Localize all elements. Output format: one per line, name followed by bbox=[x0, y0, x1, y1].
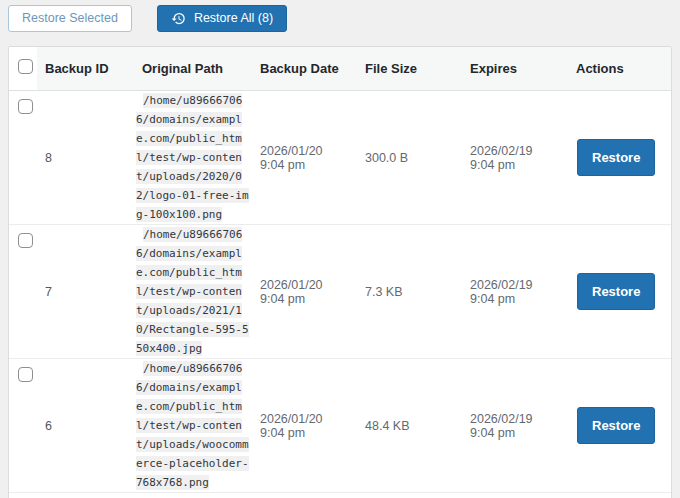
file-size-value: 7.3 KB bbox=[357, 225, 462, 359]
actions-cell: Restore bbox=[568, 91, 671, 225]
row-checkbox-cell bbox=[9, 91, 37, 225]
partial-row-cell bbox=[9, 493, 671, 498]
table-body: 8 /home/u896667066/domains/example.com/p… bbox=[9, 91, 671, 498]
actions-cell: Restore bbox=[568, 359, 671, 493]
backup-id-value: 7 bbox=[37, 225, 134, 359]
backups-table-container: Backup ID Original Path Backup Date File… bbox=[8, 46, 672, 498]
backup-date-value: 2026/01/20 9:04 pm bbox=[252, 91, 357, 225]
original-path-value: /home/u896667066/domains/example.com/pub… bbox=[136, 93, 249, 222]
toolbar: Restore Selected Restore All (8) bbox=[8, 5, 672, 32]
restore-all-label: Restore All (8) bbox=[194, 12, 273, 25]
actions-cell: Restore bbox=[568, 225, 671, 359]
restore-all-button[interactable]: Restore All (8) bbox=[157, 5, 287, 32]
restore-row-button[interactable]: Restore bbox=[577, 407, 655, 444]
expires-value: 2026/02/19 9:04 pm bbox=[462, 359, 568, 493]
row-checkbox[interactable] bbox=[18, 99, 33, 114]
row-checkbox[interactable] bbox=[18, 367, 33, 382]
row-checkbox[interactable] bbox=[18, 233, 33, 248]
restore-history-icon bbox=[171, 11, 186, 26]
column-header-original-path: Original Path bbox=[134, 47, 252, 91]
original-path-value: /home/u896667066/domains/example.com/pub… bbox=[136, 227, 249, 356]
restore-selected-button[interactable]: Restore Selected bbox=[8, 5, 132, 32]
row-checkbox-cell bbox=[9, 359, 37, 493]
original-path-cell: /home/u896667066/domains/example.com/pub… bbox=[134, 225, 252, 359]
backups-table: Backup ID Original Path Backup Date File… bbox=[9, 47, 671, 498]
table-row: 8 /home/u896667066/domains/example.com/p… bbox=[9, 91, 671, 225]
column-header-actions: Actions bbox=[568, 47, 671, 91]
original-path-cell: /home/u896667066/domains/example.com/pub… bbox=[134, 359, 252, 493]
backup-date-value: 2026/01/20 9:04 pm bbox=[252, 225, 357, 359]
row-checkbox-cell bbox=[9, 225, 37, 359]
backup-date-value: 2026/01/20 9:04 pm bbox=[252, 359, 357, 493]
expires-value: 2026/02/19 9:04 pm bbox=[462, 91, 568, 225]
backup-id-value: 8 bbox=[37, 91, 134, 225]
restore-row-button[interactable]: Restore bbox=[577, 139, 655, 176]
select-all-header-cell bbox=[9, 47, 37, 91]
select-all-checkbox[interactable] bbox=[18, 59, 33, 74]
table-row: 6 /home/u896667066/domains/example.com/p… bbox=[9, 359, 671, 493]
expires-value: 2026/02/19 9:04 pm bbox=[462, 225, 568, 359]
file-size-value: 300.0 B bbox=[357, 91, 462, 225]
restore-row-button[interactable]: Restore bbox=[577, 273, 655, 310]
table-row-partial bbox=[9, 493, 671, 498]
original-path-cell: /home/u896667066/domains/example.com/pub… bbox=[134, 91, 252, 225]
original-path-value: /home/u896667066/domains/example.com/pub… bbox=[136, 361, 249, 490]
backup-id-value: 6 bbox=[37, 359, 134, 493]
table-header: Backup ID Original Path Backup Date File… bbox=[9, 47, 671, 91]
file-size-value: 48.4 KB bbox=[357, 359, 462, 493]
table-row: 7 /home/u896667066/domains/example.com/p… bbox=[9, 225, 671, 359]
column-header-file-size: File Size bbox=[357, 47, 462, 91]
backups-page: Restore Selected Restore All (8) Bac bbox=[0, 0, 680, 498]
column-header-backup-date: Backup Date bbox=[252, 47, 357, 91]
column-header-backup-id: Backup ID bbox=[37, 47, 134, 91]
column-header-expires: Expires bbox=[462, 47, 568, 91]
